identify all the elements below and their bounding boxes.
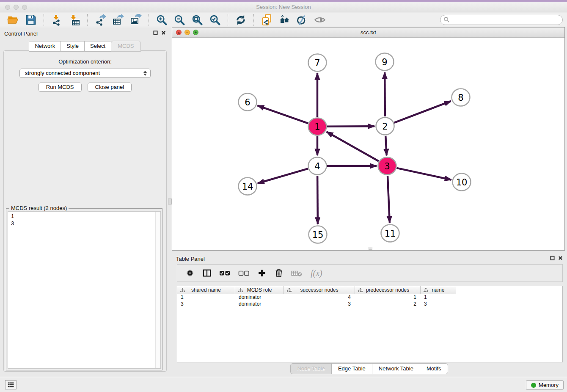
table-cell[interactable]: 1 [421, 294, 456, 301]
toolbar-separator [253, 14, 254, 26]
result-scrollbar[interactable] [155, 212, 160, 368]
column-header-name[interactable]: name [421, 286, 456, 294]
search-input[interactable] [440, 15, 563, 25]
tab-mcds[interactable]: MCDS [111, 41, 140, 52]
table-cell[interactable]: 2 [355, 301, 421, 308]
show-graphics-details-icon[interactable] [313, 14, 327, 26]
graph-edge-2-3[interactable] [385, 136, 386, 155]
table-cell[interactable]: 1 [177, 294, 235, 301]
hide-labels-icon[interactable] [295, 14, 309, 26]
table-cell[interactable]: 3 [177, 301, 235, 308]
import-table-icon[interactable] [68, 14, 81, 26]
graph-node-14[interactable]: 14 [239, 178, 257, 195]
graph-edge-4-15[interactable] [317, 176, 318, 224]
tab-style[interactable]: Style [61, 41, 85, 52]
graph-node-10[interactable]: 10 [453, 174, 471, 191]
zoom-selected-icon[interactable] [208, 14, 222, 26]
table-cell[interactable]: dominator [235, 301, 284, 308]
toolbar-separator [149, 14, 149, 26]
graph-node-6[interactable]: 6 [239, 94, 257, 111]
canvas-resize-grip[interactable] [369, 247, 372, 250]
memory-status-icon [531, 383, 536, 388]
function-builder-icon[interactable]: f(x) [311, 268, 322, 278]
graph-node-3[interactable]: 3 [378, 157, 396, 175]
graph-node-2[interactable]: 2 [376, 118, 394, 135]
graph-edge-3-1[interactable] [327, 132, 379, 161]
tab-network-table[interactable]: Network Table [372, 363, 420, 374]
close-panel-icon[interactable] [558, 256, 563, 260]
graph-node-11[interactable]: 11 [381, 225, 399, 242]
deselect-all-icon[interactable] [238, 270, 250, 277]
graph-node-7[interactable]: 7 [308, 54, 327, 72]
export-table-icon[interactable] [111, 14, 125, 26]
close-panel-button[interactable]: Close panel [88, 83, 132, 92]
optimization-criterion-dropdown[interactable]: strongly connected component [19, 69, 151, 78]
table-cell[interactable]: 3 [421, 301, 456, 308]
tab-node-table[interactable]: Node Table [290, 363, 332, 374]
column-header-successor-nodes[interactable]: successor nodes [284, 286, 355, 294]
column-settings-icon[interactable] [185, 268, 195, 278]
svg-text:1: 1 [314, 122, 320, 132]
network-view-window: x − + scc.txt 7968124314101511 [172, 27, 565, 251]
column-visibility-icon[interactable] [202, 268, 212, 278]
graph-node-9[interactable]: 9 [376, 53, 394, 71]
svg-text:8: 8 [458, 93, 463, 103]
table-row[interactable]: 1dominator411 [177, 294, 562, 301]
float-panel-icon[interactable] [550, 256, 555, 260]
search-icon [443, 17, 450, 23]
task-history-button[interactable] [5, 380, 17, 389]
graph-edge-3-10[interactable] [396, 168, 451, 180]
refresh-icon[interactable] [234, 14, 248, 26]
tab-edge-table[interactable]: Edge Table [331, 363, 372, 374]
dropdown-stepper-icon [143, 71, 147, 76]
svg-text:11: 11 [385, 229, 396, 239]
column-header-shared-name[interactable]: shared name [177, 286, 235, 294]
tab-motifs[interactable]: Motifs [420, 363, 448, 374]
float-panel-icon[interactable] [153, 30, 158, 35]
svg-text:4: 4 [314, 161, 320, 171]
table-cell[interactable]: 1 [355, 294, 421, 301]
close-panel-icon[interactable] [161, 30, 166, 35]
zoom-fit-icon[interactable] [190, 14, 204, 26]
splitter-grip[interactable] [168, 199, 172, 204]
table-row[interactable]: 3dominator323 [177, 301, 562, 308]
table-cell[interactable]: 3 [284, 301, 355, 308]
export-image-icon[interactable] [129, 14, 143, 26]
zoom-in-icon[interactable] [155, 14, 168, 26]
mcds-result-group: MCDS result (2 nodes) 1 3 [6, 208, 162, 370]
table-cell[interactable]: 4 [284, 294, 355, 301]
destroy-table-icon[interactable] [291, 270, 303, 277]
graph-node-8[interactable]: 8 [452, 89, 470, 106]
graph-node-1[interactable]: 1 [308, 118, 327, 135]
graph-edge-3-11[interactable] [388, 176, 390, 223]
memory-button[interactable]: Memory [526, 380, 564, 390]
open-session-icon[interactable] [6, 14, 20, 26]
zoom-out-icon[interactable] [173, 14, 186, 26]
table-cell[interactable]: dominator [235, 294, 284, 301]
graph-edge-1-6[interactable] [258, 105, 308, 123]
graph-edge-2-9[interactable] [385, 72, 385, 116]
network-window-titlebar[interactable]: x − + scc.txt [172, 28, 564, 38]
column-header-predecessor-nodes[interactable]: predecessor nodes [355, 286, 421, 294]
copy-network-style-icon[interactable] [260, 14, 273, 26]
toolbar-separator [44, 14, 44, 26]
home-icon[interactable] [278, 14, 291, 26]
network-canvas[interactable]: 7968124314101511 [172, 38, 564, 250]
select-all-icon[interactable] [219, 270, 231, 277]
graph-node-15[interactable]: 15 [309, 226, 327, 243]
export-network-icon[interactable] [94, 14, 107, 26]
tab-select[interactable]: Select [84, 41, 111, 52]
graph-edge-4-14[interactable] [258, 168, 308, 183]
mcds-result-text[interactable]: 1 3 [8, 211, 161, 369]
dropdown-value: strongly connected component [25, 70, 100, 76]
run-mcds-button[interactable]: Run MCDS [39, 83, 82, 92]
tab-network[interactable]: Network [29, 41, 61, 52]
add-row-icon[interactable] [257, 268, 267, 278]
save-session-icon[interactable] [24, 14, 38, 26]
graph-node-4[interactable]: 4 [308, 157, 327, 175]
graph-edge-1-2[interactable] [327, 126, 374, 127]
import-network-icon[interactable] [50, 14, 63, 26]
delete-row-icon[interactable] [274, 268, 284, 278]
column-header-MCDS-role[interactable]: MCDS role [235, 286, 284, 294]
graph-edge-2-8[interactable] [394, 101, 451, 123]
